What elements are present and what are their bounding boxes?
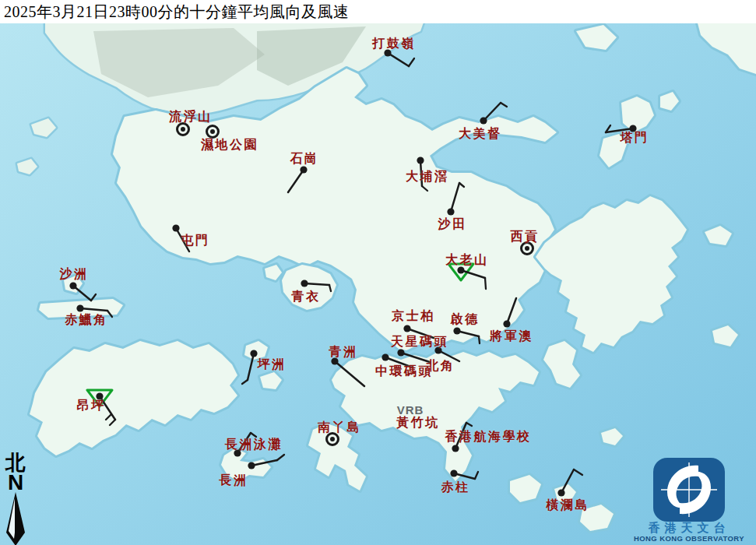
title-bar: 2025年3月21日23時00分的十分鐘平均風向及風速 <box>0 0 756 23</box>
hko-logo-icon <box>653 458 725 522</box>
island-tsing-yi <box>282 265 336 310</box>
station-dot-icon <box>248 462 255 469</box>
calm-dot-icon <box>330 437 335 441</box>
map-title: 2025年3月21日23時00分的十分鐘平均風向及風速 <box>0 0 756 23</box>
station-dot-icon <box>453 327 460 334</box>
station-dot-icon <box>417 156 424 164</box>
station-dot-icon <box>447 208 454 215</box>
island-east-2 <box>712 325 738 346</box>
station-dot-icon <box>557 489 564 496</box>
station-dot-icon <box>76 304 83 311</box>
island-ma-wan <box>265 265 282 280</box>
island-hei-ling-chau <box>260 372 282 389</box>
station-dot-icon <box>480 117 487 124</box>
station-dot-icon <box>301 280 308 287</box>
hko-name-cjk: 香港天文台 <box>627 522 751 534</box>
station-dot-icon <box>434 346 441 353</box>
island-south-1 <box>510 475 541 502</box>
station-dot-icon <box>250 350 257 357</box>
wind-map-page: 打鼓嶺流浮山濕地公園石崗大美督塔門大埔滘沙田西貢大老山屯門沙洲赤鱲角青衣京士柏啟… <box>0 0 756 545</box>
station-dot-icon <box>172 224 179 231</box>
island-po-toi <box>580 505 614 531</box>
station-dot-icon <box>300 166 307 173</box>
station-dot-icon <box>403 325 410 332</box>
station-dot-icon <box>629 125 636 132</box>
station-dot-icon <box>450 469 457 476</box>
hko-name-en: HONG KONG OBSERVATORY <box>627 534 751 543</box>
calm-dot-icon <box>210 129 215 134</box>
island-east-1 <box>705 226 732 245</box>
calm-dot-icon <box>181 127 185 132</box>
station-dot-icon <box>69 282 76 289</box>
station-dot-icon <box>397 349 404 356</box>
station-dot-icon <box>452 445 459 452</box>
station-dot-icon <box>331 357 338 364</box>
hko-logo: 香港天文台 HONG KONG OBSERVATORY <box>627 458 751 543</box>
north-arrow-icon <box>2 492 29 545</box>
station-dot-icon <box>503 320 510 327</box>
island-ne-small <box>660 92 679 111</box>
station-dot-icon <box>384 49 391 56</box>
station-dot-icon <box>96 392 103 399</box>
station-dot-icon <box>234 449 241 456</box>
station-dot-icon <box>457 266 464 273</box>
north-label-en: N <box>2 473 29 492</box>
island-deep-bay-2 <box>17 159 37 174</box>
island-peng-chau <box>244 341 268 360</box>
station-dot-icon <box>382 353 389 360</box>
north-compass: 北 N <box>2 453 29 545</box>
island-east-3 <box>601 428 623 445</box>
calm-dot-icon <box>525 246 529 251</box>
